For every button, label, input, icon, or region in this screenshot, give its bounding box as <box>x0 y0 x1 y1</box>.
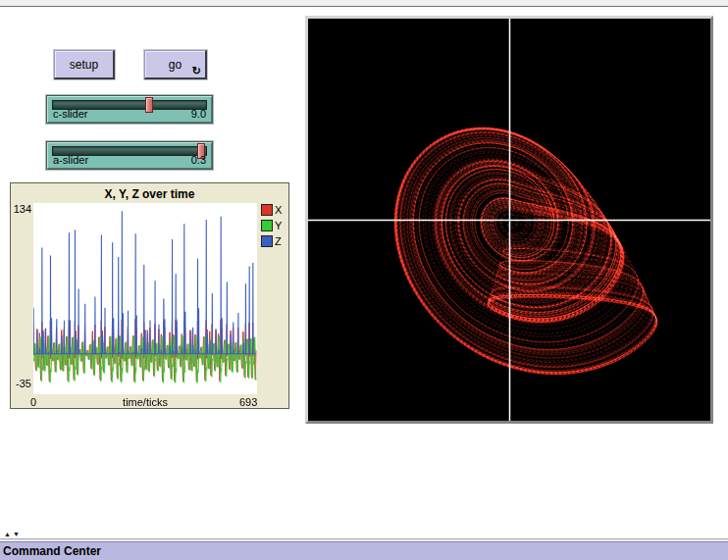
setup-button[interactable]: setup <box>54 50 115 79</box>
legend-row-x: X <box>261 202 282 218</box>
world-view[interactable] <box>308 19 710 421</box>
y-axis-max-label: 134 <box>11 203 31 215</box>
plot-canvas <box>33 203 257 394</box>
go-button-label: go <box>169 58 182 72</box>
legend-row-z: Z <box>261 233 282 249</box>
command-center-bar[interactable]: Command Center <box>0 541 728 560</box>
command-center-resize-arrows[interactable]: ▲▼ <box>4 531 22 537</box>
legend-swatch-y <box>261 220 273 231</box>
legend-swatch-z <box>261 235 273 247</box>
go-button[interactable]: go ↻ <box>144 50 207 79</box>
y-axis-min-label: -35 <box>11 378 31 389</box>
setup-button-label: setup <box>70 58 98 72</box>
legend-label-x: X <box>275 204 282 216</box>
collapse-arrow-icon[interactable]: ▲ <box>4 531 13 537</box>
plot-title: X, Y, Z over time <box>11 187 288 201</box>
legend-label-z: Z <box>275 235 282 247</box>
a-slider[interactable]: a-slider 0.3 <box>46 141 213 170</box>
legend-row-y: Y <box>261 218 282 233</box>
plot-widget: X, Y, Z over time 134 -35 0 time/ticks 6… <box>10 182 289 409</box>
c-slider-handle[interactable] <box>145 97 153 113</box>
a-slider-value: 0.3 <box>191 154 206 166</box>
x-axis-max-label: 693 <box>239 396 257 408</box>
expand-arrow-icon[interactable]: ▼ <box>13 531 22 537</box>
command-center-title: Command Center <box>0 544 101 558</box>
plot-legend: XYZ <box>261 202 282 249</box>
world-view-frame <box>305 16 713 424</box>
c-slider-label: c-slider <box>53 108 87 120</box>
c-slider[interactable]: c-slider 9.0 <box>46 95 213 124</box>
c-slider-value: 9.0 <box>191 108 206 120</box>
forever-icon: ↻ <box>192 66 201 76</box>
legend-label-y: Y <box>275 220 282 231</box>
x-axis-title: time/ticks <box>33 396 257 408</box>
window-top-strip <box>0 0 728 7</box>
a-slider-label: a-slider <box>53 154 88 166</box>
legend-swatch-x <box>261 204 273 216</box>
